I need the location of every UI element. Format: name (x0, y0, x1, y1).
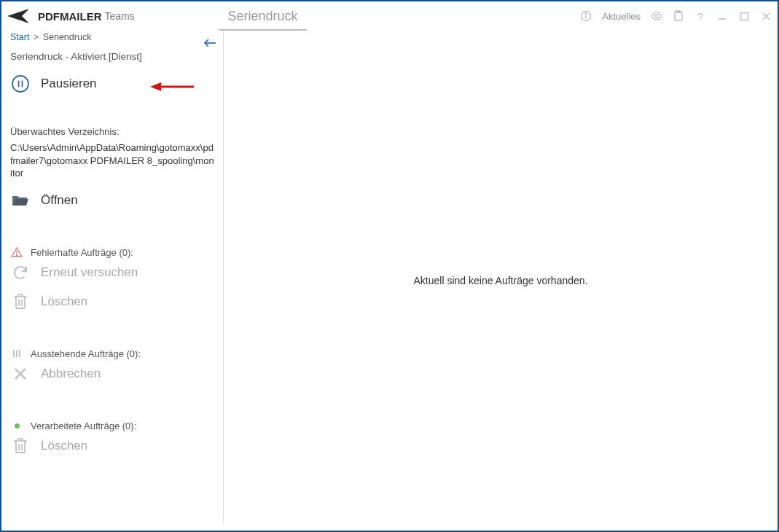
svg-point-14 (12, 76, 28, 92)
svg-rect-8 (740, 12, 748, 20)
breadcrumb-start[interactable]: Start (10, 32, 29, 42)
done-jobs-label: Verarbeitete Aufträge (0): (31, 420, 136, 431)
eye-icon[interactable] (651, 10, 662, 22)
pending-icon (10, 348, 23, 359)
pause-icon (10, 74, 31, 94)
folder-open-icon (10, 190, 31, 211)
svg-point-3 (586, 13, 587, 14)
news-link[interactable]: Aktuelles (602, 11, 641, 22)
svg-point-4 (655, 15, 658, 17)
back-icon[interactable] (203, 38, 216, 48)
pause-label: Pausieren (41, 77, 97, 91)
close-icon[interactable] (760, 10, 772, 22)
svg-point-19 (16, 254, 17, 255)
done-jobs-header: Verarbeitete Aufträge (0): (10, 409, 215, 431)
failed-jobs-header: Fehlerhafte Aufträge (0): (10, 235, 215, 258)
cancel-label: Abbrechen (41, 367, 101, 381)
delete-done-label: Löschen (41, 439, 87, 453)
open-label: Öffnen (41, 193, 78, 208)
delete-failed-button: Löschen (10, 287, 215, 316)
breadcrumb-current: Seriendruck (43, 32, 92, 42)
done-dot-icon (10, 423, 23, 429)
cancel-icon (10, 364, 31, 384)
titlebar: PDFMAILER Teams Seriendruck Aktuelles ? (1, 1, 778, 31)
pending-jobs-header: Ausstehende Aufträge (0): (10, 337, 215, 359)
open-button[interactable]: Öffnen (10, 186, 215, 215)
delete-failed-label: Löschen (41, 294, 87, 309)
pause-button[interactable]: Pausieren (10, 69, 215, 98)
main-area: Aktuell sind keine Aufträge vorhanden. (224, 31, 778, 531)
trash-icon (10, 292, 31, 312)
refresh-icon (10, 262, 31, 283)
clipboard-icon[interactable] (673, 10, 684, 22)
pending-jobs-label: Ausstehende Aufträge (0): (31, 348, 141, 359)
warning-icon (10, 247, 23, 257)
maximize-icon[interactable] (738, 10, 750, 22)
minimize-icon[interactable] (716, 10, 728, 22)
retry-button: Erneut versuchen (10, 258, 215, 287)
watched-dir-path: C:\Users\Admin\AppData\Roaming\gotomaxx\… (10, 137, 215, 186)
delete-done-button: Löschen (10, 431, 215, 461)
service-status: Seriendruck - Aktiviert [Dienst] (10, 47, 215, 69)
watched-dir-label: Überwachtes Verzeichnis: (10, 119, 215, 137)
trash-icon (10, 436, 31, 456)
retry-label: Erneut versuchen (41, 265, 138, 280)
breadcrumb: Start > Seriendruck (10, 31, 215, 47)
help-icon[interactable]: ? (694, 10, 706, 22)
empty-state: Aktuell sind keine Aufträge vorhanden. (414, 275, 588, 286)
info-icon[interactable] (580, 10, 592, 22)
sidebar: Start > Seriendruck Seriendruck - Aktivi… (1, 31, 224, 531)
tab-seriendruck[interactable]: Seriendruck (0, 9, 580, 24)
failed-jobs-label: Fehlerhafte Aufträge (0): (31, 247, 133, 258)
cancel-button: Abbrechen (10, 359, 215, 388)
